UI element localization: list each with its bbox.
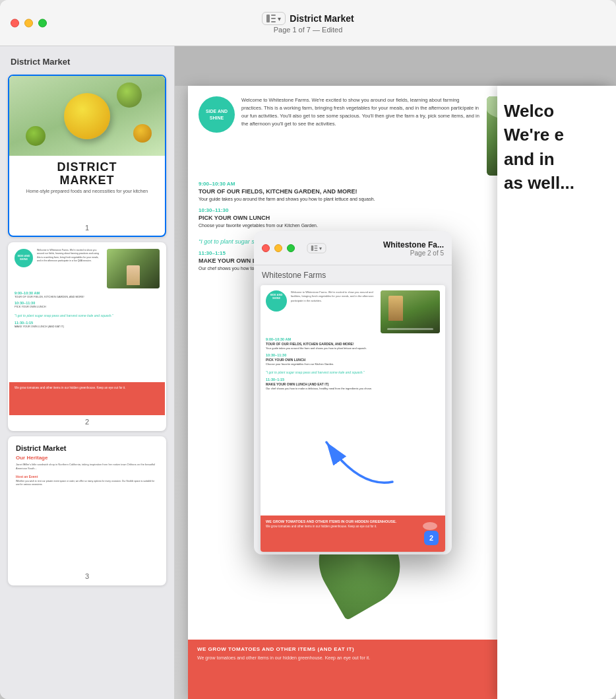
canvas-area: SIDE ANDSHINE Welcome to Whitestone Farm… bbox=[175, 46, 616, 699]
doc-body-paragraph: Welcome to Whitestone Farms. We're excit… bbox=[241, 96, 480, 128]
sidebar-toggle-button[interactable]: ▾ bbox=[262, 12, 286, 25]
canvas-top-bar bbox=[175, 46, 616, 86]
page1-preview: DISTRICT MARKET Home-style prepared food… bbox=[9, 76, 165, 221]
page2-number: 2 bbox=[9, 415, 165, 430]
close-button[interactable] bbox=[11, 18, 19, 27]
svg-rect-8 bbox=[315, 250, 318, 250]
ws-schedule-1: 9:00–10:30 AM TOUR OF OUR FIELDS, KITCHE… bbox=[266, 337, 440, 350]
page3-subtitle: Our Heritage bbox=[16, 455, 158, 461]
page2-quote: "I got to plant sugar snap peas and harv… bbox=[9, 311, 165, 321]
ws-schedule-2: 10:30–11:30 PICK YOUR OWN LUNCH Choose y… bbox=[266, 353, 440, 366]
ws-page-preview: SIDE AND SHINE Welcome to Whitestone Far… bbox=[261, 285, 445, 552]
ws-badge: SIDE AND SHINE bbox=[266, 290, 287, 312]
page2-schedule: 9:00–10:30 AM TOUR OF OUR FIELDS, KITCHE… bbox=[9, 291, 165, 308]
ws-footer: WE GROW TOMATOES AND OTHER ITEMS IN OUR … bbox=[261, 516, 445, 552]
window-subtitle: Page 1 of 7 — Edited bbox=[274, 26, 343, 34]
sidebar-title: District Market bbox=[8, 57, 166, 75]
window-title: District Market bbox=[290, 13, 354, 24]
svg-rect-3 bbox=[271, 21, 276, 22]
ws-content: Whitestone Farms SIDE AND SHINE Welcome … bbox=[254, 265, 452, 554]
thumb-district-title: DISTRICT MARKET bbox=[16, 161, 158, 187]
ws-sched-title-1: TOUR OF OUR FIELDS, KITCHEN GARDEN, AND … bbox=[266, 342, 440, 346]
ws-footer-title: WE GROW TOMATOES AND OTHER ITEMS IN OUR … bbox=[266, 519, 440, 523]
ws-window-controls bbox=[262, 244, 295, 252]
page3-body: Janet Miller's little sandwich shop in N… bbox=[16, 463, 158, 471]
page2-footer: We grow tomatoes and other items in our … bbox=[9, 382, 165, 415]
page-thumbnail-1[interactable]: DISTRICT MARKET Home-style prepared food… bbox=[8, 75, 166, 237]
svg-rect-0 bbox=[266, 15, 270, 22]
maximize-button[interactable] bbox=[38, 18, 47, 27]
svg-rect-1 bbox=[271, 15, 276, 16]
chevron-down-icon: ▾ bbox=[278, 15, 281, 22]
page2-header: SIDE AND SHINE Welcome to Whitestone Far… bbox=[9, 244, 165, 291]
title-bar: ▾ District Market Page 1 of 7 — Edited bbox=[0, 0, 616, 46]
ws-sidebar-toggle[interactable]: ▾ bbox=[307, 243, 326, 253]
minimize-button[interactable] bbox=[24, 18, 33, 27]
ws-subtitle: Page 2 of 5 bbox=[383, 249, 444, 256]
page2-preview: SIDE AND SHINE Welcome to Whitestone Far… bbox=[9, 244, 165, 415]
ws-quote: "I got to plant sugar snap peas and harv… bbox=[266, 368, 440, 378]
right-doc-text: Welco We're e and in as well... bbox=[497, 86, 616, 195]
ws-title-bar: ▾ Whitestone Fa... Page 2 of 5 bbox=[254, 231, 452, 265]
ws-sched-title-3: MAKE YOUR OWN LUNCH (AND EAT IT) bbox=[266, 382, 440, 386]
page3-title: District Market bbox=[16, 444, 158, 452]
page2-body: Welcome to Whitestone Farms. We're excit… bbox=[37, 249, 103, 263]
ws-maximize-button[interactable] bbox=[287, 244, 295, 252]
ws-sched-title-2: PICK YOUR OWN LUNCH bbox=[266, 358, 440, 362]
fruit-area bbox=[9, 76, 165, 156]
ws-close-button[interactable] bbox=[262, 244, 270, 252]
title-center: ▾ District Market Page 1 of 7 — Edited bbox=[262, 12, 354, 34]
svg-rect-6 bbox=[315, 245, 318, 246]
ws-header-text: Welcome to Whitestone Farms. We're excit… bbox=[291, 290, 377, 303]
right-doc-partial: Welco We're e and in as well... bbox=[497, 86, 616, 699]
ws-page-badge: 2 bbox=[424, 531, 439, 545]
page2-schedule2: 11:30–1:15 MAKE YOUR OWN LUNCH (AND EAT … bbox=[9, 321, 165, 328]
title-row: ▾ District Market bbox=[262, 12, 354, 25]
thumb-district-subtitle: Home-style prepared foods and necessitie… bbox=[16, 189, 158, 193]
ws-farm-photo bbox=[381, 290, 440, 333]
sidebar: District Market bbox=[0, 46, 175, 699]
main-window: ▾ District Market Page 1 of 7 — Edited D… bbox=[0, 0, 616, 699]
page-thumbnail-3[interactable]: District Market Our Heritage Janet Mille… bbox=[8, 436, 166, 585]
ws-title: Whitestone Fa... bbox=[383, 240, 444, 249]
svg-point-9 bbox=[423, 522, 437, 530]
ws-title-info: Whitestone Fa... Page 2 of 5 bbox=[383, 240, 444, 256]
ws-page-content: SIDE AND SHINE Welcome to Whitestone Far… bbox=[261, 285, 445, 552]
svg-rect-2 bbox=[271, 18, 276, 19]
page3-preview: District Market Our Heritage Janet Mille… bbox=[9, 438, 165, 570]
farm-badge-circle: SIDE AND SHINE bbox=[15, 249, 33, 267]
page1-number: 1 bbox=[9, 221, 165, 236]
whitestone-window: ▾ Whitestone Fa... Page 2 of 5 Whiteston… bbox=[254, 231, 452, 554]
page3-number: 3 bbox=[9, 570, 165, 584]
ws-minimize-button[interactable] bbox=[274, 244, 282, 252]
page1-text: DISTRICT MARKET Home-style prepared food… bbox=[9, 156, 165, 199]
svg-rect-7 bbox=[315, 248, 318, 248]
content-area: District Market bbox=[0, 46, 616, 699]
ws-schedule-3: 11:30–1:15 MAKE YOUR OWN LUNCH (AND EAT … bbox=[266, 378, 440, 391]
farm-photo bbox=[107, 249, 160, 288]
ws-inner-header: SIDE AND SHINE Welcome to Whitestone Far… bbox=[266, 290, 440, 333]
ws-footer-leaf bbox=[422, 521, 439, 531]
page-thumbnail-2[interactable]: SIDE AND SHINE Welcome to Whitestone Far… bbox=[8, 242, 166, 431]
ws-doc-label: Whitestone Farms bbox=[254, 265, 452, 283]
svg-rect-5 bbox=[311, 245, 314, 251]
window-controls bbox=[11, 18, 47, 27]
sidebar-icon bbox=[266, 15, 276, 22]
badge-circle-large: SIDE ANDSHINE bbox=[199, 96, 235, 133]
